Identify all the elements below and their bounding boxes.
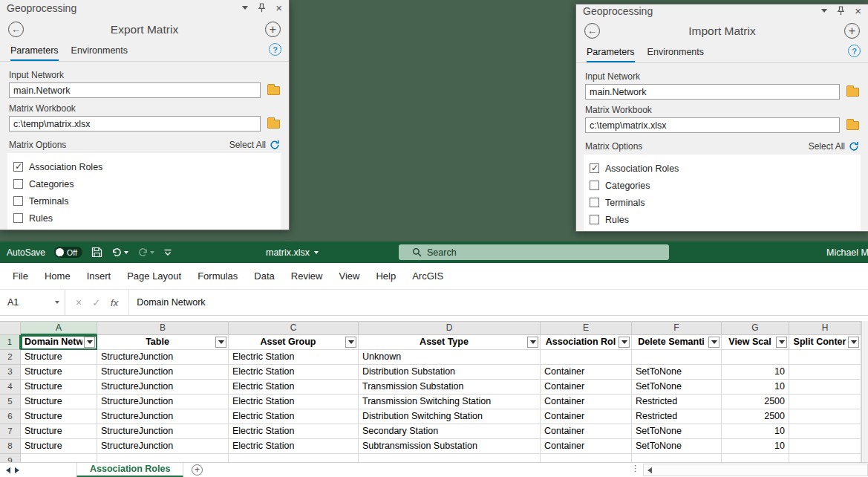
cell[interactable]	[229, 454, 359, 462]
sheet-nav-left-icon[interactable]	[6, 467, 10, 473]
cell[interactable]	[789, 439, 861, 454]
tab-environments[interactable]: Environments	[71, 45, 128, 61]
checkbox-row[interactable]: Terminals	[13, 192, 275, 210]
panel-menu-icon[interactable]	[821, 9, 827, 13]
cell[interactable]: 10	[722, 424, 789, 439]
row-header-8[interactable]: 8	[0, 439, 21, 454]
cell[interactable]	[722, 454, 789, 462]
column-header-D[interactable]: D	[359, 322, 541, 335]
row-header-1[interactable]: 1	[0, 335, 21, 350]
filter-dropdown-icon[interactable]	[527, 337, 538, 348]
input-network-field[interactable]	[585, 84, 840, 100]
panel-menu-icon[interactable]	[242, 6, 248, 10]
cell[interactable]: StructureJunction	[97, 350, 229, 365]
cell[interactable]	[21, 454, 97, 462]
checkbox-categories[interactable]	[13, 179, 23, 189]
checkbox-rules[interactable]	[13, 213, 23, 223]
cell[interactable]: SetToNone	[632, 380, 722, 395]
cell[interactable]: Transmission Switching Station	[359, 395, 541, 409]
cell[interactable]: Unknown	[359, 350, 541, 365]
cell[interactable]: Electric Station	[229, 365, 359, 380]
cell[interactable]: Structure	[21, 424, 97, 439]
row-header-4[interactable]: 4	[0, 380, 21, 395]
horizontal-scrollbar[interactable]	[643, 464, 868, 476]
tab-parameters[interactable]: Parameters	[587, 47, 635, 62]
customize-toolbar-button[interactable]	[163, 249, 172, 256]
row-header-5[interactable]: 5	[0, 395, 21, 409]
sheet-tab-association-roles[interactable]: Association Roles	[76, 463, 183, 477]
cell[interactable]: SetToNone	[632, 439, 722, 454]
browse-folder-icon[interactable]	[846, 121, 859, 130]
checkbox-terminals[interactable]	[13, 196, 23, 206]
ribbon-tab-data[interactable]: Data	[246, 270, 282, 282]
cell[interactable]	[722, 350, 789, 365]
tab-splitter-handle[interactable]: ⋮	[631, 464, 640, 473]
cell[interactable]: Electric Station	[229, 380, 359, 395]
filter-dropdown-icon[interactable]	[84, 337, 95, 348]
add-to-project-button[interactable]: +	[265, 22, 281, 37]
column-header-B[interactable]: B	[97, 322, 229, 335]
cell[interactable]: Restricted	[632, 409, 722, 424]
autosave-toggle[interactable]: Off	[54, 247, 82, 258]
cell[interactable]	[789, 424, 861, 439]
pin-icon[interactable]	[258, 3, 266, 13]
cell[interactable]: Structure	[21, 350, 97, 365]
cell[interactable]: Structure	[21, 380, 97, 395]
browse-folder-icon[interactable]	[267, 120, 280, 129]
cell[interactable]: Container	[541, 409, 632, 424]
back-button[interactable]: ←	[584, 23, 600, 39]
header-cell[interactable]: Delete Semanti	[632, 335, 722, 350]
cell[interactable]: 10	[722, 439, 789, 454]
redo-button[interactable]	[137, 247, 154, 257]
add-to-project-button[interactable]: +	[844, 23, 860, 39]
undo-button[interactable]	[111, 247, 128, 257]
filter-dropdown-icon[interactable]	[776, 337, 787, 348]
filter-dropdown-icon[interactable]	[708, 337, 719, 348]
cell[interactable]: Container	[541, 424, 632, 439]
cell[interactable]: StructureJunction	[97, 380, 229, 395]
help-icon[interactable]: ?	[269, 43, 281, 56]
tab-environments[interactable]: Environments	[647, 47, 704, 62]
cell[interactable]	[632, 454, 722, 462]
checkbox-categories[interactable]	[590, 181, 599, 190]
browse-folder-icon[interactable]	[267, 86, 280, 95]
ribbon-tab-help[interactable]: Help	[368, 270, 404, 282]
name-box[interactable]: A1	[0, 290, 65, 315]
enter-icon[interactable]: ✓	[92, 297, 100, 308]
cell[interactable]	[541, 350, 632, 365]
cell[interactable]: Container	[541, 365, 632, 380]
cell[interactable]: StructureJunction	[97, 365, 229, 380]
ribbon-tab-file[interactable]: File	[4, 270, 36, 282]
column-header-H[interactable]: H	[789, 322, 861, 335]
close-icon[interactable]: ×	[855, 5, 861, 16]
new-sheet-button[interactable]: +	[192, 464, 203, 476]
header-cell[interactable]: Asset Type	[359, 335, 541, 350]
checkbox-terminals[interactable]	[590, 198, 599, 207]
cell[interactable]	[789, 350, 861, 365]
checkbox-association-roles[interactable]	[13, 162, 23, 172]
column-header-F[interactable]: F	[632, 322, 722, 335]
help-icon[interactable]: ?	[848, 45, 861, 57]
row-header-6[interactable]: 6	[0, 409, 21, 424]
ribbon-tab-page-layout[interactable]: Page Layout	[119, 270, 189, 282]
header-cell[interactable]: Split Conter	[789, 335, 861, 350]
header-cell[interactable]: Asset Group	[229, 335, 359, 350]
header-cell[interactable]: View Scal	[722, 335, 789, 350]
checkbox-row[interactable]: Association Roles	[590, 160, 855, 177]
select-all-button[interactable]: Select All	[809, 141, 859, 152]
cell[interactable]: 10	[722, 365, 789, 380]
cancel-icon[interactable]: ×	[76, 296, 82, 308]
checkbox-row[interactable]: Association Roles	[13, 158, 275, 175]
document-title[interactable]: matrix.xlsx	[266, 241, 319, 263]
cell[interactable]: Electric Station	[229, 350, 359, 365]
close-icon[interactable]: ×	[275, 2, 282, 13]
cell[interactable]: Container	[541, 439, 632, 454]
insert-function-icon[interactable]: fx	[111, 297, 118, 308]
column-header-E[interactable]: E	[541, 322, 632, 335]
cell[interactable]: SetToNone	[632, 365, 722, 380]
cell[interactable]: Container	[541, 380, 632, 395]
filter-dropdown-icon[interactable]	[619, 337, 630, 348]
cell[interactable]: Electric Station	[229, 439, 359, 454]
ribbon-tab-review[interactable]: Review	[283, 270, 331, 282]
sheet-nav-right-icon[interactable]	[15, 467, 19, 473]
